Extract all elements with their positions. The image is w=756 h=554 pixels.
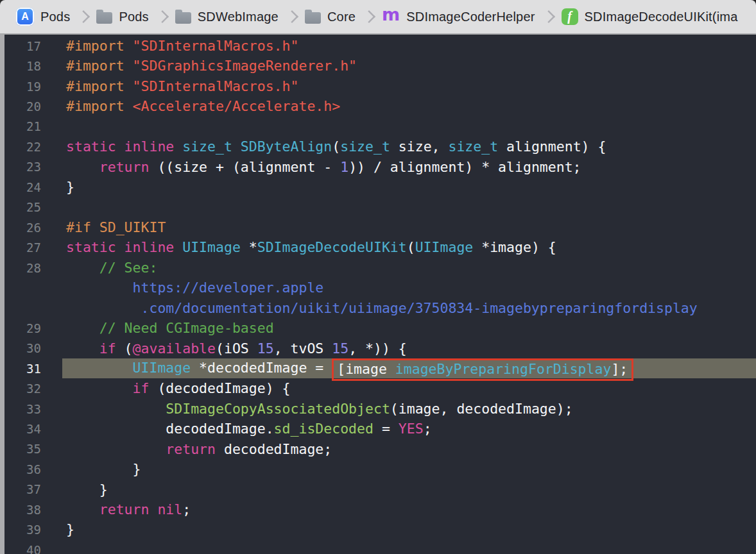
line-number[interactable]: 25: [0, 200, 41, 214]
code-text: #if SD_UIKIT: [66, 221, 166, 235]
code-line-37[interactable]: 37 }: [0, 480, 756, 499]
code-line-20[interactable]: 20#import <Accelerate/Accelerate.h>: [0, 96, 756, 116]
breadcrumb-item-pods[interactable]: APods: [16, 8, 70, 26]
source-editor[interactable]: 17#import "SDInternalMacros.h"18#import …: [0, 35, 756, 554]
code-line-19[interactable]: 19#import "SDInternalMacros.h": [0, 76, 756, 96]
line-number[interactable]: 30: [0, 341, 41, 355]
code-token: [image: [337, 361, 395, 377]
code-line-wrap[interactable]: https://developer.apple: [0, 278, 756, 298]
code-token: return: [99, 159, 150, 175]
code-line-25[interactable]: 25: [0, 197, 756, 217]
code-line-30[interactable]: 30 if (@available(iOS 15, tvOS 15, *)) {: [0, 339, 756, 358]
line-number[interactable]: 34: [0, 422, 41, 436]
code-token: UIImage: [182, 239, 241, 255]
code-token: size,: [390, 138, 449, 155]
code-line-18[interactable]: 18#import "SDGraphicsImageRenderer.h": [0, 56, 756, 76]
code-token: UIImage: [415, 239, 474, 255]
code-token: @available: [133, 340, 216, 357]
code-line-17[interactable]: 17#import "SDInternalMacros.h": [0, 36, 756, 56]
line-number[interactable]: 35: [0, 442, 41, 456]
code-token: SDImageDecodeUIKit: [257, 239, 407, 255]
code-token: #import: [66, 98, 133, 114]
line-number[interactable]: 32: [0, 382, 41, 396]
folder-icon: [175, 12, 191, 24]
chevron-right-icon: [363, 10, 375, 23]
code-token: [149, 501, 157, 517]
code-token: https://developer.apple: [66, 280, 323, 296]
code-token: (iOS: [216, 340, 257, 357]
code-text: SDImageCopyAssociatedObject(image, decod…: [66, 402, 573, 416]
breadcrumb-item-pods[interactable]: Pods: [96, 10, 148, 24]
code-line-33[interactable]: 33 SDImageCopyAssociatedObject(image, de…: [0, 399, 756, 419]
code-token: [66, 159, 99, 175]
breadcrumb-item-sdwebimage[interactable]: SDWebImage: [175, 10, 279, 24]
code-line-39[interactable]: 39}: [0, 520, 756, 540]
line-number[interactable]: 24: [0, 180, 41, 194]
line-number[interactable]: 26: [0, 221, 41, 235]
code-token: SDByteAlign: [241, 138, 332, 155]
code-line-35[interactable]: 35 return decodedImage;: [0, 439, 756, 459]
code-token: return: [99, 501, 150, 517]
code-line-31[interactable]: 31 UIImage *decodedImage = [image imageB…: [0, 358, 756, 378]
code-token: alignment) {: [498, 138, 606, 155]
line-number[interactable]: 19: [0, 80, 41, 94]
line-number[interactable]: 40: [0, 543, 41, 554]
line-number[interactable]: 27: [0, 240, 41, 255]
line-number[interactable]: 33: [0, 402, 41, 416]
code-line-wrap[interactable]: .com/documentation/uikit/uiimage/3750834…: [0, 298, 756, 318]
line-number[interactable]: 36: [0, 462, 41, 476]
line-number[interactable]: 21: [0, 119, 41, 133]
code-line-27[interactable]: 27static inline UIImage *SDImageDecodeUI…: [0, 237, 756, 257]
code-line-36[interactable]: 36 }: [0, 459, 756, 479]
code-line-21[interactable]: 21: [0, 117, 756, 137]
line-number[interactable]: 29: [0, 321, 41, 335]
line-number[interactable]: 39: [0, 523, 41, 537]
code-line-40[interactable]: 40: [0, 540, 756, 554]
code-token: (decodedImage) {: [149, 380, 290, 396]
line-number[interactable]: 38: [0, 503, 41, 517]
line-number[interactable]: 31: [0, 362, 41, 376]
code-line-23[interactable]: 23 return ((size + (alignment - 1)) / al…: [0, 157, 756, 177]
code-text: }: [66, 523, 74, 537]
code-line-24[interactable]: 24}: [0, 177, 756, 197]
code-line-32[interactable]: 32 if (decodedImage) {: [0, 378, 756, 398]
breadcrumb-item-core[interactable]: Core: [305, 10, 356, 24]
code-line-38[interactable]: 38 return nil;: [0, 499, 756, 519]
breadcrumb-label: SDImageCoderHelper: [406, 10, 535, 24]
line-number[interactable]: 28: [0, 261, 41, 275]
code-token: *image) {: [473, 239, 556, 255]
code-text: }: [66, 483, 108, 497]
code-text: return decodedImage;: [66, 442, 332, 457]
code-line-22[interactable]: 22static inline size_t SDByteAlign(size_…: [0, 137, 756, 156]
line-number[interactable]: 20: [0, 99, 41, 113]
line-number[interactable]: 18: [0, 59, 41, 73]
chevron-right-icon: [286, 10, 298, 23]
code-line-29[interactable]: 29 // Need CGImage-based: [0, 318, 756, 338]
code-line-34[interactable]: 34 decodedImage.sd_isDecoded = YES;: [0, 419, 756, 439]
breadcrumb-item-sdimagedecodeuikit-ima[interactable]: fSDImageDecodeUIKit(ima: [562, 8, 738, 25]
folder-icon: [96, 12, 112, 24]
code-token: (: [116, 340, 133, 357]
code-text: // Need CGImage-based: [66, 321, 274, 335]
code-token: ;: [182, 501, 191, 517]
code-line-26[interactable]: 26#if SD_UIKIT: [0, 217, 756, 237]
code-token: "SDGraphicsImageRenderer.h": [133, 58, 357, 74]
function-icon: f: [562, 8, 578, 25]
code-token: "SDInternalMacros.h": [133, 78, 299, 94]
code-line-28[interactable]: 28 // See:: [0, 258, 756, 278]
code-text: https://developer.apple: [66, 281, 323, 295]
line-number[interactable]: 17: [0, 39, 41, 53]
line-number[interactable]: 23: [0, 160, 41, 174]
code-token: decodedImage.: [66, 421, 274, 437]
line-number[interactable]: 37: [0, 482, 41, 496]
code-token: "SDInternalMacros.h": [133, 38, 299, 54]
breadcrumb-item-sdimagecoderhelper[interactable]: mSDImageCoderHelper: [382, 10, 535, 24]
code-token: #import: [66, 38, 133, 54]
code-token: }: [66, 521, 74, 537]
code-token: if: [133, 380, 150, 396]
code-area: 17#import "SDInternalMacros.h"18#import …: [0, 36, 756, 554]
editor-left-edge: [0, 35, 4, 554]
code-token: SDImageCopyAssociatedObject: [166, 401, 390, 417]
line-number[interactable]: 22: [0, 140, 41, 154]
code-token: static inline: [66, 138, 182, 155]
